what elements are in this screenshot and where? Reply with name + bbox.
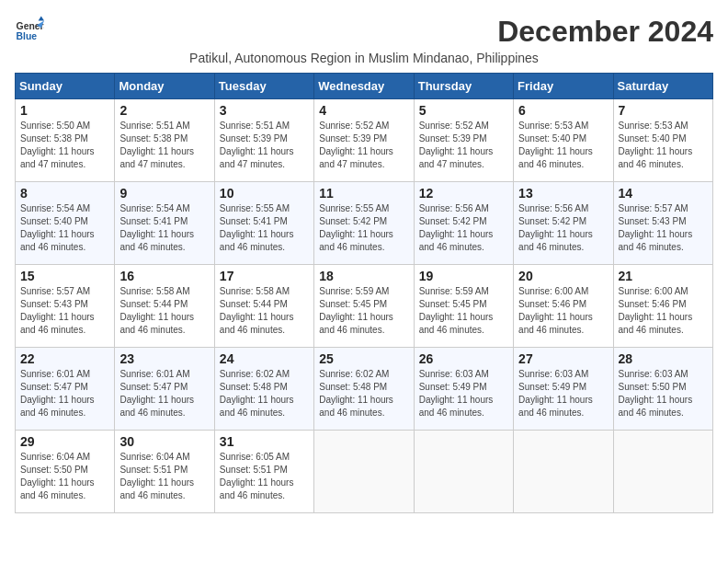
col-tuesday: Tuesday xyxy=(214,74,313,99)
day-number: 17 xyxy=(220,269,309,283)
svg-marker-2 xyxy=(39,17,44,21)
table-row: 14 Sunrise: 5:57 AMSunset: 5:43 PMDaylig… xyxy=(613,182,712,265)
day-info: Sunrise: 5:57 AMSunset: 5:43 PMDaylight:… xyxy=(20,286,95,335)
day-info: Sunrise: 5:50 AMSunset: 5:38 PMDaylight:… xyxy=(20,121,95,169)
day-number: 31 xyxy=(220,434,309,449)
day-info: Sunrise: 5:57 AMSunset: 5:43 PMDaylight:… xyxy=(619,203,693,252)
day-number: 13 xyxy=(518,186,608,201)
table-row xyxy=(314,431,414,513)
month-title: December 2024 xyxy=(497,15,713,49)
col-monday: Monday xyxy=(115,74,214,99)
day-number: 3 xyxy=(220,103,309,118)
table-row: 21 Sunrise: 6:00 AMSunset: 5:46 PMDaylig… xyxy=(613,265,712,348)
col-saturday: Saturday xyxy=(613,74,712,99)
day-info: Sunrise: 5:52 AMSunset: 5:39 PMDaylight:… xyxy=(319,121,393,169)
day-info: Sunrise: 6:02 AMSunset: 5:48 PMDaylight:… xyxy=(319,369,393,418)
day-info: Sunrise: 6:04 AMSunset: 5:50 PMDaylight:… xyxy=(20,452,95,500)
day-number: 27 xyxy=(518,351,608,366)
table-row: 20 Sunrise: 6:00 AMSunset: 5:46 PMDaylig… xyxy=(514,265,613,348)
table-row: 8 Sunrise: 5:54 AMSunset: 5:40 PMDayligh… xyxy=(16,182,115,265)
day-number: 6 xyxy=(518,103,608,118)
day-number: 30 xyxy=(119,434,209,449)
day-number: 19 xyxy=(419,269,508,283)
table-row: 6 Sunrise: 5:53 AMSunset: 5:40 PMDayligh… xyxy=(514,99,613,182)
table-row: 9 Sunrise: 5:54 AMSunset: 5:41 PMDayligh… xyxy=(115,182,214,265)
day-number: 16 xyxy=(119,269,209,283)
col-sunday: Sunday xyxy=(16,74,115,99)
table-row: 5 Sunrise: 5:52 AMSunset: 5:39 PMDayligh… xyxy=(414,99,513,182)
calendar-week-row: 8 Sunrise: 5:54 AMSunset: 5:40 PMDayligh… xyxy=(16,182,713,265)
table-row: 2 Sunrise: 5:51 AMSunset: 5:38 PMDayligh… xyxy=(115,99,214,182)
table-row xyxy=(414,431,513,513)
day-number: 18 xyxy=(319,269,408,283)
col-friday: Friday xyxy=(514,74,613,99)
day-info: Sunrise: 5:53 AMSunset: 5:40 PMDaylight:… xyxy=(518,121,593,169)
table-row: 1 Sunrise: 5:50 AMSunset: 5:38 PMDayligh… xyxy=(16,99,115,182)
col-wednesday: Wednesday xyxy=(314,74,414,99)
logo-icon: General Blue xyxy=(15,15,44,44)
table-row: 22 Sunrise: 6:01 AMSunset: 5:47 PMDaylig… xyxy=(16,348,115,431)
table-row: 18 Sunrise: 5:59 AMSunset: 5:45 PMDaylig… xyxy=(314,265,414,348)
table-row: 12 Sunrise: 5:56 AMSunset: 5:42 PMDaylig… xyxy=(414,182,513,265)
day-number: 5 xyxy=(419,103,508,118)
day-number: 7 xyxy=(619,103,708,118)
calendar-week-row: 1 Sunrise: 5:50 AMSunset: 5:38 PMDayligh… xyxy=(16,99,713,182)
day-info: Sunrise: 5:56 AMSunset: 5:42 PMDaylight:… xyxy=(419,203,494,252)
day-info: Sunrise: 5:59 AMSunset: 5:45 PMDaylight:… xyxy=(419,286,494,335)
day-number: 4 xyxy=(319,103,408,118)
table-row xyxy=(613,431,712,513)
day-info: Sunrise: 5:51 AMSunset: 5:39 PMDaylight:… xyxy=(220,121,294,169)
day-info: Sunrise: 6:03 AMSunset: 5:49 PMDaylight:… xyxy=(518,369,593,418)
table-row: 27 Sunrise: 6:03 AMSunset: 5:49 PMDaylig… xyxy=(514,348,613,431)
table-row: 7 Sunrise: 5:53 AMSunset: 5:40 PMDayligh… xyxy=(613,99,712,182)
day-number: 25 xyxy=(319,351,408,366)
logo: General Blue xyxy=(15,15,48,44)
calendar-week-row: 15 Sunrise: 5:57 AMSunset: 5:43 PMDaylig… xyxy=(16,265,713,348)
day-info: Sunrise: 5:55 AMSunset: 5:41 PMDaylight:… xyxy=(220,203,294,252)
day-info: Sunrise: 5:58 AMSunset: 5:44 PMDaylight:… xyxy=(220,286,294,335)
day-info: Sunrise: 5:54 AMSunset: 5:41 PMDaylight:… xyxy=(119,203,194,252)
day-info: Sunrise: 6:03 AMSunset: 5:49 PMDaylight:… xyxy=(419,369,494,418)
table-row: 25 Sunrise: 6:02 AMSunset: 5:48 PMDaylig… xyxy=(314,348,414,431)
calendar-table: Sunday Monday Tuesday Wednesday Thursday… xyxy=(15,73,713,513)
table-row: 23 Sunrise: 6:01 AMSunset: 5:47 PMDaylig… xyxy=(115,348,214,431)
table-row: 19 Sunrise: 5:59 AMSunset: 5:45 PMDaylig… xyxy=(414,265,513,348)
day-number: 28 xyxy=(619,351,708,366)
col-thursday: Thursday xyxy=(414,74,513,99)
day-number: 14 xyxy=(619,186,708,201)
calendar-week-row: 29 Sunrise: 6:04 AMSunset: 5:50 PMDaylig… xyxy=(16,431,713,513)
day-info: Sunrise: 6:04 AMSunset: 5:51 PMDaylight:… xyxy=(119,452,194,500)
table-row: 16 Sunrise: 5:58 AMSunset: 5:44 PMDaylig… xyxy=(115,265,214,348)
table-row xyxy=(514,431,613,513)
table-row: 28 Sunrise: 6:03 AMSunset: 5:50 PMDaylig… xyxy=(613,348,712,431)
table-row: 11 Sunrise: 5:55 AMSunset: 5:42 PMDaylig… xyxy=(314,182,414,265)
day-number: 12 xyxy=(419,186,508,201)
calendar-subtitle: Patikul, Autonomous Region in Muslim Min… xyxy=(15,51,713,65)
day-info: Sunrise: 5:51 AMSunset: 5:38 PMDaylight:… xyxy=(119,121,194,169)
table-row: 13 Sunrise: 5:56 AMSunset: 5:42 PMDaylig… xyxy=(514,182,613,265)
day-number: 24 xyxy=(220,351,309,366)
day-info: Sunrise: 5:52 AMSunset: 5:39 PMDaylight:… xyxy=(419,121,494,169)
table-row: 29 Sunrise: 6:04 AMSunset: 5:50 PMDaylig… xyxy=(16,431,115,513)
table-row: 3 Sunrise: 5:51 AMSunset: 5:39 PMDayligh… xyxy=(214,99,313,182)
day-info: Sunrise: 6:05 AMSunset: 5:51 PMDaylight:… xyxy=(220,452,294,500)
day-info: Sunrise: 6:00 AMSunset: 5:46 PMDaylight:… xyxy=(518,286,593,335)
day-number: 9 xyxy=(119,186,209,201)
day-number: 15 xyxy=(20,269,109,283)
day-number: 26 xyxy=(419,351,508,366)
table-row: 26 Sunrise: 6:03 AMSunset: 5:49 PMDaylig… xyxy=(414,348,513,431)
day-number: 2 xyxy=(119,103,209,118)
day-number: 11 xyxy=(319,186,408,201)
day-info: Sunrise: 5:59 AMSunset: 5:45 PMDaylight:… xyxy=(319,286,393,335)
svg-text:Blue: Blue xyxy=(17,31,38,41)
day-info: Sunrise: 5:53 AMSunset: 5:40 PMDaylight:… xyxy=(619,121,693,169)
day-info: Sunrise: 6:03 AMSunset: 5:50 PMDaylight:… xyxy=(619,369,693,418)
day-info: Sunrise: 6:01 AMSunset: 5:47 PMDaylight:… xyxy=(20,369,95,418)
day-number: 21 xyxy=(619,269,708,283)
day-info: Sunrise: 6:00 AMSunset: 5:46 PMDaylight:… xyxy=(619,286,693,335)
table-row: 17 Sunrise: 5:58 AMSunset: 5:44 PMDaylig… xyxy=(214,265,313,348)
day-number: 8 xyxy=(20,186,109,201)
calendar-week-row: 22 Sunrise: 6:01 AMSunset: 5:47 PMDaylig… xyxy=(16,348,713,431)
table-row: 10 Sunrise: 5:55 AMSunset: 5:41 PMDaylig… xyxy=(214,182,313,265)
day-info: Sunrise: 5:56 AMSunset: 5:42 PMDaylight:… xyxy=(518,203,593,252)
